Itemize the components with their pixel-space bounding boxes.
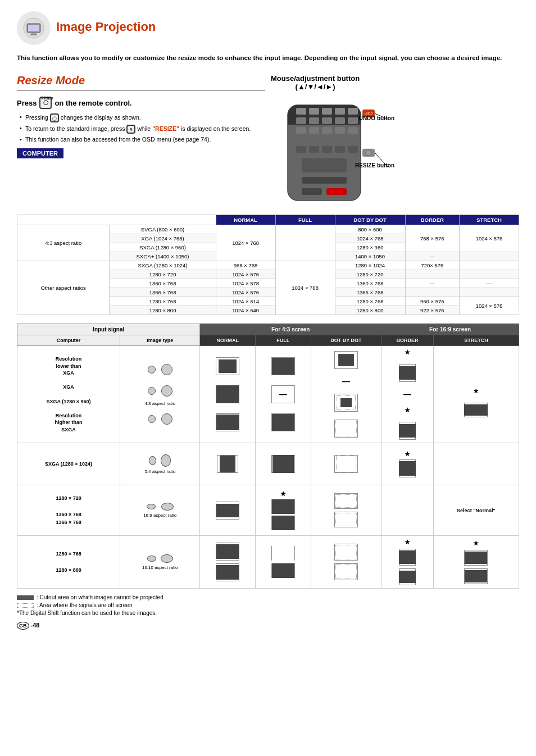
- legend-solid-icon: [17, 595, 34, 600]
- cell-1280x720: 1280 × 720: [110, 270, 216, 279]
- cell-normal-1280x720: 1024 × 576: [216, 270, 275, 279]
- th-computer: Computer: [17, 335, 120, 346]
- cell-border-vis-1: ★ — ★: [381, 346, 434, 443]
- cell-sxga-960: SXGA (1280 × 960): [110, 243, 216, 252]
- cell-dot-1610: [311, 536, 381, 589]
- th-input-signal: Input signal: [17, 324, 200, 335]
- legend-item-2: : Area where the signals are off screen: [17, 602, 519, 608]
- cell-dot-1280x800: 1280 × 800: [335, 306, 405, 315]
- th-normal: NORMAL: [200, 335, 256, 346]
- svg-rect-13: [348, 108, 358, 115]
- cell-type-169: 16:9 aspect ratio: [120, 485, 200, 536]
- cell-1610-labels: 1280 × 768 1280 × 800: [17, 536, 120, 589]
- table-row: Other aspect ratios SXGA (1280 × 1024) 9…: [17, 261, 519, 270]
- header-circle: [17, 11, 51, 45]
- cell-dot-svga: 800 × 600: [335, 225, 405, 234]
- cell-normal-43: 1024 × 768: [216, 225, 275, 261]
- press-suffix: on the remote control.: [54, 99, 131, 107]
- computer-badge: COMPUTER: [17, 148, 63, 158]
- cell-res-lower-xga: Resolutionlower thanXGA XGA SXGA (1280 ×…: [17, 346, 120, 443]
- svg-rect-22: [335, 127, 345, 134]
- cell-dot-sxga1024: 1280 × 1024: [335, 261, 405, 270]
- svg-rect-30: [309, 146, 319, 153]
- bullet-list: Pressing ◯ changes the display as shown.…: [17, 113, 265, 143]
- legend-dotted-icon: [17, 603, 34, 608]
- svg-rect-12: [335, 108, 345, 115]
- bullet-item-3: This function can also be accessed from …: [20, 136, 265, 143]
- main-data-table: NORMAL FULL DOT BY DOT BORDER STRETCH 4:…: [17, 215, 519, 315]
- table-row: 1280 × 720 1360 × 768 1366 × 768 16:9 as…: [17, 485, 519, 536]
- cell-stretch-54: [433, 443, 519, 485]
- resize-mode-title: Resize Mode: [17, 74, 265, 91]
- cell-normal-1280x800: 1024 × 640: [216, 306, 275, 315]
- cell-border-169: [381, 485, 434, 536]
- svg-rect-28: [348, 136, 358, 143]
- page-title: Image Projection: [56, 11, 156, 34]
- col-stretch: STRETCH: [460, 215, 519, 225]
- cell-stretch-1280: 1024 × 576: [460, 297, 519, 315]
- col-normal: NORMAL: [216, 215, 275, 225]
- press-line: Press RESIZE ◯ on the remote control.: [17, 97, 265, 109]
- cell-border-sxga1024: 720× 576: [405, 261, 459, 270]
- page-container: Image Projection This function allows yo…: [0, 0, 536, 641]
- table-row: Resolutionlower thanXGA XGA SXGA (1280 ×…: [17, 346, 519, 443]
- svg-text:RESIZE: RESIZE: [364, 144, 374, 148]
- cell-stretch-sxgaplus: [460, 252, 519, 261]
- cell-full-169: ★: [255, 485, 311, 536]
- svg-rect-29: [296, 146, 306, 153]
- cell-svga: SVGA (800 × 600): [110, 225, 216, 234]
- cell-full-54: [255, 443, 311, 485]
- cell-stretch-1280x720: [460, 270, 519, 279]
- svg-rect-15: [309, 117, 319, 124]
- svg-rect-18: [348, 117, 358, 124]
- th-full: FULL: [255, 335, 311, 346]
- cell-normal-169: [200, 485, 256, 536]
- cell-normal-54: [200, 443, 256, 485]
- th-stretch: STRETCH: [433, 335, 519, 346]
- svg-rect-35: [302, 177, 347, 184]
- cell-169-labels: 1280 × 720 1360 × 768 1366 × 768: [17, 485, 120, 536]
- cell-stretch-1366x768: [460, 288, 519, 297]
- cell-dot-169: [311, 485, 381, 536]
- svg-rect-34: [302, 158, 347, 172]
- cell-normal-sxga1024: 968 × 768: [216, 261, 275, 270]
- cell-1366x768: 1366 × 768: [110, 288, 216, 297]
- cell-type-1610: 16:10 aspect ratio: [120, 536, 200, 589]
- col-full: FULL: [275, 215, 335, 225]
- svg-rect-16: [322, 117, 332, 124]
- svg-rect-32: [335, 146, 345, 153]
- cell-dot-sxga-960: 1280 × 960: [335, 243, 405, 252]
- svg-rect-21: [322, 127, 332, 134]
- table-row: 4:3 aspect ratio SVGA (800 × 600) 1024 ×…: [17, 225, 519, 234]
- mouse-adjustment-label: Mouse/adjustment button (▲/▼/◄/►): [271, 74, 360, 91]
- cell-full-1610: [255, 536, 311, 589]
- legend-item-3: *The Digital Shift function can be used …: [17, 610, 519, 616]
- page-number: GB -48: [17, 622, 519, 630]
- legend-text-1: : Cutout area on which images cannot be …: [37, 594, 163, 600]
- col-border: BORDER: [405, 215, 459, 225]
- cell-dot-1366x768: 1366 × 768: [335, 288, 405, 297]
- svg-rect-10: [309, 108, 319, 115]
- cell-1280x800: 1280 × 800: [110, 306, 216, 315]
- content-grid: Resize Mode Press RESIZE ◯ on the remote…: [17, 74, 519, 206]
- svg-point-42: [366, 150, 371, 156]
- cell-dot-1280x720: 1280 × 720: [335, 270, 405, 279]
- remote-svg: UNDO RESIZE: [271, 94, 394, 206]
- svg-rect-20: [309, 127, 319, 134]
- cell-full-vis-1: —: [255, 346, 311, 443]
- cell-border-54: ★: [381, 443, 434, 485]
- svg-rect-24: [296, 136, 306, 143]
- cell-dot-vis-1: —: [311, 346, 381, 443]
- svg-rect-14: [296, 117, 306, 124]
- cell-stretch-sxga1024: [460, 261, 519, 270]
- cell-stretch-1360x768: —: [460, 279, 519, 288]
- cell-dot-54: [311, 443, 381, 485]
- svg-rect-11: [322, 108, 332, 115]
- svg-rect-17: [335, 117, 345, 124]
- cell-normal-1360x768: 1024 × 578: [216, 279, 275, 288]
- remote-container: UNDO RESIZE UNDO button RESIZE button: [271, 94, 394, 206]
- cell-border-1610: ★: [381, 536, 434, 589]
- svg-rect-23: [348, 127, 358, 134]
- cell-dot-xga: 1024 × 768: [335, 234, 405, 243]
- table-row: SXGA (1280 × 1024) 5:4 aspect ratio: [17, 443, 519, 485]
